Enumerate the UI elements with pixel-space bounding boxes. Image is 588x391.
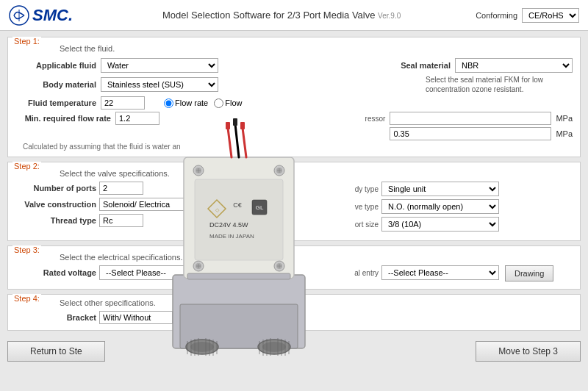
step4-section: Step 4: Select other specifications. Bra… [7, 294, 581, 331]
header: SMC. Model Selection Software for 2/3 Po… [0, 0, 588, 31]
entry-label: al entry [298, 269, 379, 277]
voltage-row: Rated voltage --Select Please-- [15, 265, 290, 280]
body-type-row: dy type Single unit Manifold [298, 182, 573, 196]
entry-select[interactable]: --Select Please-- [381, 265, 499, 280]
entry-row: al entry --Select Please-- [298, 265, 499, 280]
step3-desc: Select the electrical specifications. [60, 253, 183, 262]
pressure-unit1: MPa [556, 114, 573, 123]
pressure-input2[interactable] [390, 127, 551, 140]
title-text: Model Selection Software for 2/3 Port Me… [162, 10, 376, 21]
flow-radio-group: Flow rate Flow [164, 98, 242, 108]
body-material-select[interactable]: Stainless steel (SUS) Brass PVC [101, 77, 218, 92]
fluid-temp-input[interactable] [101, 96, 145, 110]
min-flow-input[interactable] [115, 112, 159, 125]
bracket-label: Bracket [15, 313, 96, 322]
thread-row: Thread type [15, 214, 290, 227]
version-text: Ver.9.0 [378, 12, 401, 20]
seal-note: Select the seal material FKM for low con… [426, 75, 573, 94]
step2-desc: Select the valve specifications. [60, 169, 170, 178]
step2-right-col: dy type Single unit Manifold ve type N.O… [298, 182, 573, 234]
pressure-unit2: MPa [556, 129, 573, 138]
step1-row2: Body material Stainless steel (SUS) Bras… [15, 75, 573, 94]
seal-material-label: Seal material [392, 61, 451, 70]
step2-content: Number of ports Valve construction Threa… [15, 179, 573, 234]
step4-label: Step 4: [12, 294, 41, 303]
voltage-select[interactable]: --Select Please-- [99, 265, 217, 280]
body-type-label: dy type [298, 185, 379, 193]
step3-right: al entry --Select Please-- Drawing [298, 265, 573, 283]
main-content: Step 1: Select the fluid. Applicable flu… [0, 31, 588, 391]
port-size-label: ort size [298, 220, 379, 229]
calc-note-text: Calculated by assuming that the fluid is… [23, 143, 181, 151]
conforming-select[interactable]: CE/RoHS CE RoHS [522, 8, 579, 23]
fluid-temp-label: Fluid temperature [15, 98, 96, 107]
port-size-row: ort size 3/8 (10A) 1/4 (8A) 1/2 (15A) [298, 217, 573, 232]
step1-row4: Min. required flow rate ressor MPa [15, 112, 573, 125]
bracket-input[interactable] [99, 311, 173, 324]
valve-type-row: ve type N.O. (normally open) N.C. (norma… [298, 199, 573, 214]
step1-calc-note: Calculated by assuming that the fluid is… [23, 143, 573, 151]
thread-label: Thread type [15, 216, 96, 225]
next-button[interactable]: Move to Step 3 [476, 341, 581, 362]
port-size-select[interactable]: 3/8 (10A) 1/4 (8A) 1/2 (15A) [381, 217, 499, 232]
valve-type-label: ve type [298, 203, 379, 211]
smc-logo-text: SMC. [32, 6, 73, 25]
body-type-select[interactable]: Single unit Manifold [381, 182, 499, 196]
smc-logo: SMC. [9, 5, 73, 26]
step3-section: Step 3: Select the electrical specificat… [7, 245, 581, 290]
applicable-fluid-label: Applicable fluid [15, 61, 96, 70]
flow-pressure-radio[interactable] [214, 98, 223, 108]
return-button[interactable]: Return to Ste [7, 341, 105, 362]
applicable-fluid-select[interactable]: Water Air Oil [101, 58, 218, 73]
step1-section: Step 1: Select the fluid. Applicable flu… [7, 37, 581, 157]
step1-row3: Fluid temperature Flow rate Flow [15, 96, 573, 110]
step4-desc: Select other specifications. [60, 298, 156, 307]
step1-row5: MPa [15, 127, 573, 140]
construction-label: Valve construction [15, 200, 96, 209]
conforming-label: Conforming [476, 11, 517, 20]
valve-type-select[interactable]: N.O. (normally open) N.C. (normally clos… [381, 199, 499, 214]
flow-rate-radio[interactable] [164, 98, 173, 108]
pressure-label: ressor [348, 115, 385, 123]
drawing-button[interactable]: Drawing [505, 265, 553, 281]
step3-label: Step 3: [12, 245, 41, 254]
body-material-label: Body material [15, 80, 96, 89]
pressure-input1[interactable] [390, 112, 551, 125]
step1-label: Step 1: [12, 37, 41, 46]
min-flow-label: Min. required flow rate [15, 114, 111, 123]
ports-label: Number of ports [15, 184, 96, 193]
flow-rate-radio-label[interactable]: Flow rate [164, 98, 208, 108]
construction-row: Valve construction [15, 198, 290, 211]
smc-logo-icon [9, 5, 29, 26]
step1-desc: Select the fluid. [60, 44, 115, 53]
step2-left-col: Number of ports Valve construction Threa… [15, 182, 290, 234]
bracket-row: Bracket [15, 311, 573, 324]
step1-content: Applicable fluid Water Air Oil Seal mate… [15, 54, 573, 151]
step3-left: Rated voltage --Select Please-- [15, 265, 290, 283]
step3-content: Rated voltage --Select Please-- al entry… [15, 262, 573, 283]
step2-label: Step 2: [12, 162, 41, 171]
thread-input[interactable] [99, 214, 143, 227]
voltage-label: Rated voltage [15, 268, 96, 277]
button-row: Return to Ste Move to Step 3 [0, 335, 588, 367]
flow-pressure-radio-label[interactable]: Flow [214, 98, 242, 108]
step2-section: Step 2: Select the valve specifications.… [7, 162, 581, 241]
step1-row1: Applicable fluid Water Air Oil Seal mate… [15, 58, 573, 73]
construction-input[interactable] [99, 198, 195, 211]
seal-material-select[interactable]: NBR FKM EPDM [455, 58, 573, 73]
flow-pressure-radio-text: Flow [225, 98, 242, 107]
ports-input[interactable] [99, 182, 143, 195]
header-title: Model Selection Software for 2/3 Port Me… [87, 10, 476, 21]
ports-row: Number of ports [15, 182, 290, 195]
flow-rate-radio-text: Flow rate [175, 98, 208, 107]
